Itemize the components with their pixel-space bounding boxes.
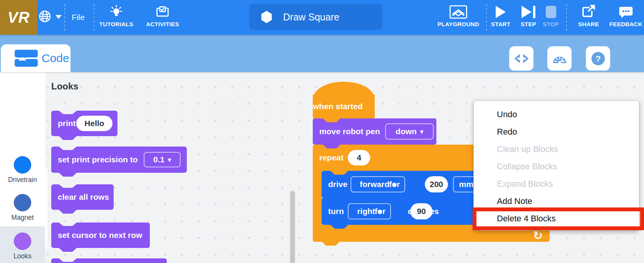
palette-block-set-cursor-next-row[interactable]: set cursor to next row [51, 223, 150, 248]
stop-icon [546, 6, 556, 18]
menu-item-collapse-blocks: Collapse Blocks [474, 158, 639, 175]
pen-position-dropdown[interactable]: down▾ [385, 123, 434, 140]
sidebar-item-looks[interactable]: Looks [0, 233, 45, 260]
block-when-started[interactable]: when started [313, 94, 375, 118]
repeat-spine [313, 171, 322, 225]
looks-color-dot [14, 233, 31, 250]
activities-button[interactable]: ACTIVITIES [139, 4, 186, 27]
loop-arrow-icon: ↺ [533, 229, 543, 242]
dropdown-caret-icon: ▾ [168, 156, 171, 164]
menu-item-undo[interactable]: Undo [474, 106, 639, 123]
gauge-icon [552, 52, 568, 65]
tutorials-button[interactable]: TUTORIALS [93, 4, 139, 27]
code-tab-label: Code [42, 52, 69, 65]
feedback-button[interactable]: FEEDBACK [603, 4, 644, 27]
activities-icon [139, 4, 186, 20]
palette-block-set-print-precision[interactable]: set print precision to 0.1▾ [51, 147, 187, 173]
menu-item-redo[interactable]: Redo [474, 123, 639, 140]
menu-item-expand-blocks: Expand Blocks [474, 175, 639, 192]
feedback-icon [603, 4, 644, 20]
play-icon [496, 6, 506, 18]
palette-block-clear-all-rows[interactable]: clear all rows [51, 184, 114, 210]
monitor-gauge-button[interactable] [547, 46, 572, 71]
top-toolbar: VR File [0, 0, 644, 35]
hexagon-icon [261, 11, 272, 23]
drive-direction-dropdown[interactable]: forward▾ [351, 176, 405, 192]
palette-block-print[interactable]: print Hello [51, 111, 117, 136]
tab-code[interactable]: Code [1, 44, 70, 72]
playground-button[interactable]: PLAYGROUND [433, 4, 483, 27]
project-name: Draw Square [283, 12, 339, 23]
repeat-count-input[interactable]: 4 [348, 150, 370, 165]
project-name-button[interactable]: Draw Square [249, 4, 382, 30]
magnet-color-dot [14, 194, 31, 211]
sidebar-item-drivetrain[interactable]: Drivetrain [0, 156, 45, 184]
toolbar-separator [64, 4, 65, 31]
language-menu[interactable] [39, 10, 62, 23]
code-brackets-icon [514, 53, 529, 64]
code-toolbar: Code ? [0, 35, 644, 72]
drivetrain-color-dot [14, 156, 31, 174]
block-drive[interactable]: drive forward▾ for 200 mm▾ [322, 171, 487, 198]
turn-angle-input[interactable]: 90 [410, 203, 433, 219]
block-turn[interactable]: turn right▾ for 90 degrees [322, 198, 480, 225]
block-move-robot-pen[interactable]: move robot pen down▾ [313, 118, 436, 145]
lightbulb-icon [93, 4, 139, 20]
palette-category-title: Looks [51, 81, 79, 92]
globe-icon [39, 10, 51, 23]
menu-item-clean-up-blocks: Clean up Blocks [474, 140, 639, 158]
delete-highlight-annotation [473, 207, 644, 230]
dropdown-caret-icon: ▾ [393, 181, 396, 188]
print-value-input[interactable]: Hello [76, 116, 112, 131]
sidebar-item-magnet[interactable]: Magnet [0, 194, 45, 222]
help-button[interactable]: ? [586, 46, 610, 71]
drive-distance-input[interactable]: 200 [425, 176, 448, 192]
vr-logo: VR [0, 0, 37, 35]
dropdown-caret-icon: ▾ [420, 128, 423, 135]
vexcode-vr-app: VR File [0, 0, 644, 263]
svg-text:?: ? [595, 54, 601, 64]
chevron-down-icon [55, 15, 62, 19]
palette-scrollbar-track [45, 169, 48, 248]
turn-direction-dropdown[interactable]: right▾ [348, 203, 391, 219]
palette-flyout-scrollbar[interactable] [290, 191, 295, 263]
precision-dropdown[interactable]: 0.1▾ [144, 152, 181, 167]
question-mark-icon: ? [590, 51, 606, 66]
playground-icon [433, 4, 483, 20]
block-category-sidebar: Drivetrain Magnet Looks Control Sensing [0, 72, 45, 263]
blocks-icon [15, 49, 39, 67]
file-menu[interactable]: File [72, 13, 85, 22]
dropdown-caret-icon: ▾ [379, 208, 382, 215]
text-code-view-button[interactable] [509, 46, 533, 71]
